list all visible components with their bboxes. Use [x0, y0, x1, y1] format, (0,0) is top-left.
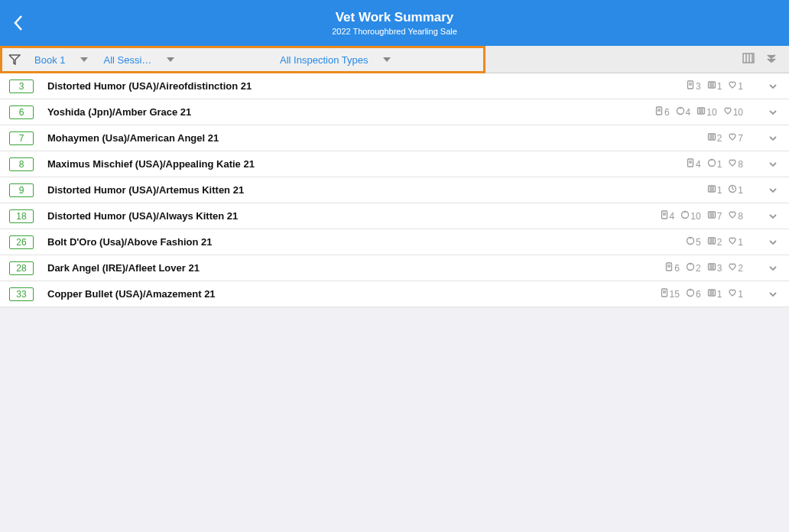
horse-name: Distorted Humor (USA)/Artemus Kitten 21 — [47, 184, 689, 196]
stat-xray: 1 — [707, 288, 722, 300]
chevron-down-icon[interactable] — [768, 107, 778, 118]
chevron-down-icon[interactable] — [768, 263, 778, 274]
xray-icon — [707, 236, 716, 248]
stat-heart: 8 — [728, 158, 743, 170]
stat-value: 3 — [696, 81, 701, 92]
columns-icon[interactable] — [742, 51, 755, 68]
clock-icon — [728, 184, 737, 196]
xray-icon — [707, 184, 716, 196]
stats-group: 15611 — [655, 288, 743, 300]
stat-value: 10 — [706, 107, 716, 118]
lot-badge: 28 — [9, 261, 34, 275]
stat-scope: 4 — [676, 106, 691, 118]
stat-value: 1 — [738, 237, 743, 248]
stat-doc: 4 — [660, 210, 675, 222]
stats-group: 311 — [681, 80, 743, 92]
stat-heart: 1 — [728, 236, 743, 248]
lot-badge: 3 — [9, 79, 34, 93]
lot-badge: 7 — [9, 131, 34, 145]
stats-group: 6232 — [660, 262, 743, 274]
expand-all-icon[interactable] — [765, 51, 778, 68]
scope-icon — [686, 262, 695, 274]
lot-badge: 18 — [9, 209, 34, 223]
scope-icon — [707, 158, 716, 170]
stat-value: 4 — [670, 211, 675, 222]
session-dropdown[interactable]: All Sessi… — [96, 54, 187, 66]
inspection-type-label: All Inspection Types — [280, 54, 368, 66]
stat-value: 4 — [686, 107, 691, 118]
stats-group: 418 — [681, 158, 743, 170]
stat-heart: 1 — [728, 288, 743, 300]
xray-icon — [707, 210, 716, 222]
horse-name: Distorted Humor (USA)/Aireofdistinction … — [47, 80, 667, 92]
list-row[interactable]: 33Copper Bullet (USA)/Amazement 2115611 — [0, 281, 789, 307]
svg-line-35 — [732, 189, 734, 190]
app-root: Vet Work Summary 2022 Thoroughbred Yearl… — [0, 0, 789, 532]
stat-heart: 8 — [728, 210, 743, 222]
stat-xray: 10 — [696, 106, 716, 118]
stat-value: 2 — [717, 133, 722, 144]
stat-value: 10 — [733, 107, 743, 118]
horse-name: Distorted Humor (USA)/Always Kitten 21 — [47, 210, 641, 222]
stat-value: 6 — [696, 289, 701, 300]
heart-icon — [728, 262, 737, 274]
chevron-down-icon — [167, 57, 174, 62]
stat-doc: 3 — [686, 80, 701, 92]
session-dropdown-label: All Sessi… — [103, 54, 151, 66]
horse-name: Mohaymen (Usa)/American Angel 21 — [47, 132, 689, 144]
stat-value: 2 — [717, 237, 722, 248]
xray-icon — [707, 288, 716, 300]
lot-badge: 9 — [9, 183, 34, 197]
document-icon — [654, 106, 664, 118]
inspection-type-dropdown[interactable]: All Inspection Types — [187, 54, 483, 66]
list-row[interactable]: 28Dark Angel (IRE)/Afleet Lover 216232 — [0, 255, 789, 281]
stat-scope: 2 — [686, 262, 701, 274]
stat-value: 1 — [717, 289, 722, 300]
stat-xray: 1 — [707, 80, 722, 92]
document-icon — [686, 158, 695, 170]
chevron-down-icon[interactable] — [768, 133, 778, 144]
stat-value: 8 — [738, 159, 743, 170]
stat-value: 4 — [696, 159, 701, 170]
chevron-down-icon[interactable] — [768, 289, 778, 300]
chevron-down-icon[interactable] — [768, 159, 778, 170]
chevron-down-icon — [80, 57, 88, 62]
back-button[interactable] — [9, 14, 28, 32]
stat-value: 6 — [674, 263, 680, 274]
stats-group: 41078 — [655, 210, 743, 222]
header-bar: Vet Work Summary 2022 Thoroughbred Yearl… — [0, 0, 789, 46]
chevron-down-icon[interactable] — [768, 237, 778, 248]
list-row[interactable]: 26Bolt D'Oro (Usa)/Above Fashion 21521 — [0, 229, 789, 255]
stat-xray: 3 — [707, 262, 722, 274]
stat-heart: 7 — [728, 132, 743, 144]
lot-badge: 33 — [9, 287, 34, 301]
stat-doc: 15 — [660, 288, 680, 300]
stat-value: 2 — [738, 263, 743, 274]
chevron-down-icon[interactable] — [768, 81, 778, 92]
funnel-icon[interactable] — [2, 54, 27, 65]
stat-scope: 1 — [707, 158, 722, 170]
chevron-down-icon[interactable] — [768, 185, 778, 196]
list-row[interactable]: 8Maximus Mischief (USA)/Appealing Katie … — [0, 151, 789, 177]
stat-value: 8 — [738, 211, 743, 222]
book-dropdown[interactable]: Book 1 — [27, 54, 96, 66]
scope-icon — [686, 236, 695, 248]
filter-group-highlighted: Book 1 All Sessi… All Inspection Types — [0, 46, 485, 73]
list-row[interactable]: 7Mohaymen (Usa)/American Angel 2127 — [0, 125, 789, 151]
xray-icon — [696, 106, 706, 118]
horse-name: Maximus Mischief (USA)/Appealing Katie 2… — [47, 158, 667, 170]
list-row[interactable]: 3Distorted Humor (USA)/Aireofdistinction… — [0, 73, 789, 99]
stat-value: 15 — [670, 289, 680, 300]
stat-doc: 4 — [686, 158, 701, 170]
list-row[interactable]: 18Distorted Humor (USA)/Always Kitten 21… — [0, 203, 789, 229]
xray-icon — [707, 132, 716, 144]
page-subtitle: 2022 Thoroughbred Yearling Sale — [332, 27, 457, 36]
chevron-down-icon[interactable] — [768, 211, 778, 222]
list-row[interactable]: 6Yoshida (Jpn)/Amber Grace 21641010 — [0, 99, 789, 125]
chevron-down-icon — [383, 57, 391, 62]
list-row[interactable]: 9Distorted Humor (USA)/Artemus Kitten 21… — [0, 177, 789, 203]
horse-name: Yoshida (Jpn)/Amber Grace 21 — [47, 106, 636, 118]
horse-name: Bolt D'Oro (Usa)/Above Fashion 21 — [47, 236, 667, 248]
heart-icon — [728, 132, 737, 144]
lot-badge: 8 — [9, 157, 34, 171]
